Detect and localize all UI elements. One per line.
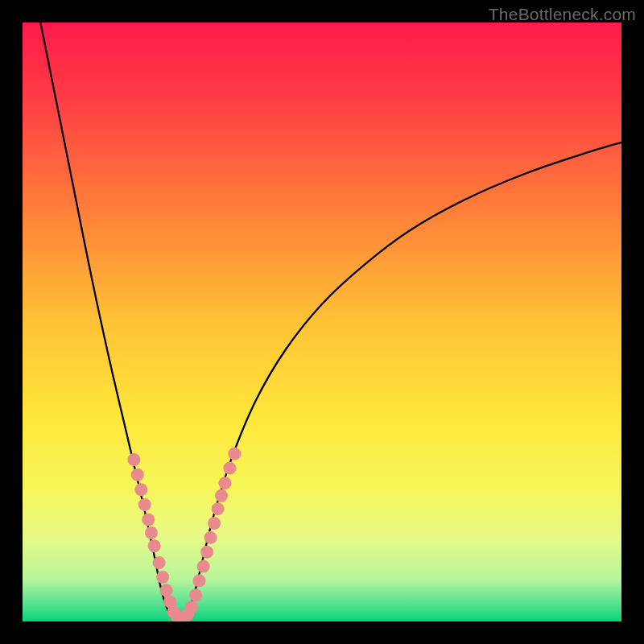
data-dot	[185, 601, 198, 613]
data-dot	[131, 469, 144, 481]
data-dot	[134, 483, 147, 496]
data-dot	[192, 574, 205, 587]
data-dot	[223, 462, 236, 475]
data-dot	[156, 571, 169, 584]
data-dot	[200, 546, 213, 559]
data-dot	[142, 514, 155, 526]
data-dot	[204, 531, 217, 544]
data-dot	[160, 584, 173, 597]
plot-area	[23, 23, 621, 621]
data-dot	[218, 477, 231, 489]
data-dot	[138, 498, 151, 511]
data-dot	[215, 489, 228, 502]
data-dot	[145, 526, 158, 539]
chart-frame: TheBottleneck.com	[0, 0, 644, 644]
dots-layer	[23, 23, 621, 621]
data-dot	[212, 502, 225, 515]
data-dot	[228, 448, 241, 460]
data-dot	[189, 588, 202, 601]
data-dot	[208, 517, 221, 530]
data-dot	[148, 539, 161, 552]
data-dot	[197, 560, 210, 573]
data-dot	[153, 556, 166, 569]
data-dot	[127, 453, 140, 466]
watermark-text: TheBottleneck.com	[489, 5, 636, 24]
